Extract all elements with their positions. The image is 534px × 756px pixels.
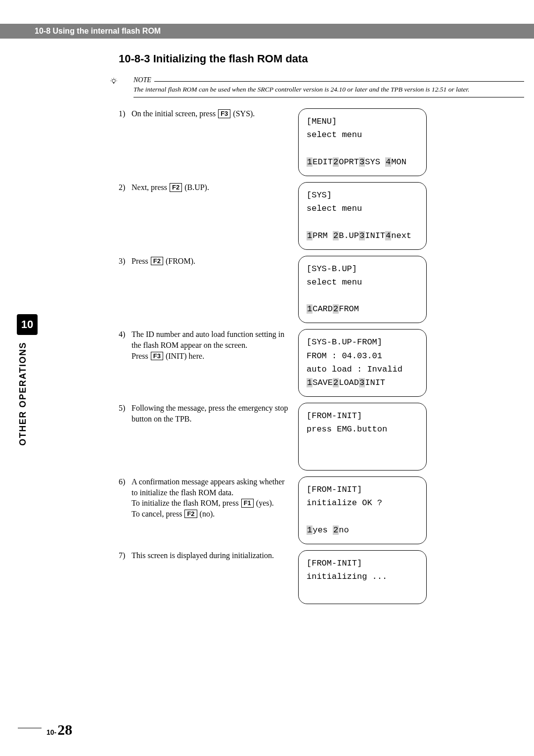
terminal-screen: [SYS-B.UP]select menu 1CARD2FROM — [298, 256, 427, 324]
step-text: 4)The ID number and auto load function s… — [119, 329, 289, 361]
terminal-screen: [FROM-INIT]initializing ... — [298, 550, 427, 605]
step-text: 7)This screen is displayed during initia… — [119, 550, 289, 561]
step-text-span: (no). — [198, 510, 215, 518]
terminal-line — [307, 436, 418, 450]
step-body: Press F2 (FROM). — [132, 256, 289, 267]
step-text: 5)Following the message, press the emerg… — [119, 403, 289, 424]
option-number: 2 — [333, 378, 339, 387]
key-f3: F3 — [218, 109, 230, 118]
terminal-options-row — [307, 583, 418, 597]
step-text: 1)On the initial screen, press F3 (SYS). — [119, 108, 289, 119]
option-number: 2 — [333, 231, 339, 240]
page-header: 10-8 Using the internal flash ROM — [0, 24, 534, 39]
step-text-span: On the initial screen, press — [132, 109, 218, 118]
terminal-line: select menu — [307, 276, 418, 289]
option-label: yes — [312, 525, 333, 535]
step-text: 2)Next, press F2 (B.UP). — [119, 182, 289, 193]
terminal-options-row: 1EDIT2OPRT3SYS 4MON — [307, 155, 418, 169]
step-text-span: (SYS). — [231, 109, 255, 118]
option-number: 3 — [359, 378, 365, 387]
option-number: 3 — [359, 231, 365, 240]
terminal-line: FROM : 04.03.01 — [307, 349, 418, 363]
step-row: 2)Next, press F2 (B.UP).[SYS]select menu… — [119, 182, 524, 250]
terminal-options-row: 1SAVE2LOAD3INIT — [307, 376, 418, 389]
step-body: Next, press F2 (B.UP). — [132, 182, 289, 193]
option-number: 4 — [385, 157, 391, 167]
terminal-screen: [SYS]select menu 1PRM 2B.UP3INIT4next — [298, 182, 427, 250]
option-number: 1 — [307, 304, 312, 314]
terminal-options-row — [307, 450, 418, 463]
step-body: On the initial screen, press F3 (SYS). — [132, 108, 289, 119]
page-footer: 10- 28 — [18, 721, 72, 738]
step-number: 1) — [119, 108, 132, 119]
option-label: FROM — [339, 304, 359, 314]
step-text-span: To cancel, press — [132, 510, 184, 518]
page-header-title: 10-8 Using the internal flash ROM — [35, 27, 161, 36]
step-row: 6)A confirmation message appears asking … — [119, 476, 524, 544]
note-body: The internal flash ROM can be used when … — [134, 84, 524, 96]
option-label: PRM — [312, 231, 333, 240]
terminal-line: [FROM-INIT] — [307, 557, 418, 570]
terminal-line: [SYS] — [307, 189, 418, 202]
chapter-badge: 10 — [17, 314, 38, 335]
terminal-line: [SYS-B.UP] — [307, 262, 418, 276]
option-label: next — [391, 231, 411, 240]
step-number: 2) — [119, 182, 132, 193]
footer-rule — [18, 728, 42, 728]
step-text-span: A confirmation message appears asking wh… — [132, 477, 285, 497]
terminal-options-row: 1yes 2no — [307, 523, 418, 537]
step-body: This screen is displayed during initiali… — [132, 550, 289, 561]
option-label: CARD — [312, 304, 333, 314]
terminal-line: [SYS-B.UP-FROM] — [307, 335, 418, 349]
terminal-line: press EMG.button — [307, 423, 418, 436]
option-label: SYS — [365, 157, 385, 167]
option-label: MON — [391, 157, 406, 167]
terminal-line — [307, 142, 418, 155]
steps-list: 1)On the initial screen, press F3 (SYS).… — [119, 108, 524, 604]
terminal-line: initializing ... — [307, 570, 418, 583]
option-number: 1 — [307, 231, 312, 240]
svg-point-0 — [112, 79, 116, 83]
step-row: 7)This screen is displayed during initia… — [119, 550, 524, 605]
terminal-screen: [FROM-INIT]initialize OK ? 1yes 2no — [298, 476, 427, 544]
step-row: 3)Press F2 (FROM).[SYS-B.UP]select menu … — [119, 256, 524, 324]
option-number: 2 — [333, 525, 339, 535]
terminal-line: [MENU] — [307, 115, 418, 128]
step-text: 3)Press F2 (FROM). — [119, 256, 289, 267]
step-row: 4)The ID number and auto load function s… — [119, 329, 524, 397]
option-number: 4 — [385, 231, 391, 240]
step-row: 5)Following the message, press the emerg… — [119, 403, 524, 471]
step-body: The ID number and auto load function set… — [132, 329, 289, 361]
lightbulb-icon — [110, 77, 118, 87]
key-f2: F2 — [170, 183, 182, 192]
option-number: 2 — [333, 157, 339, 167]
key-f3: F3 — [151, 352, 163, 361]
step-text-span: This screen is displayed during initiali… — [132, 551, 274, 560]
option-label: LOAD — [339, 378, 359, 387]
step-text-span: Following the message, press the emergen… — [132, 404, 288, 423]
terminal-line — [307, 215, 418, 229]
key-f1: F1 — [241, 499, 254, 508]
step-text-span: (B.UP). — [182, 183, 209, 191]
step-number: 6) — [119, 476, 132, 519]
chapter-label: OTHER OPERATIONS — [18, 342, 28, 446]
step-text-span: Next, press — [132, 183, 169, 191]
terminal-line — [307, 289, 418, 302]
step-text-span: Press — [132, 257, 150, 265]
option-number: 2 — [333, 304, 339, 314]
step-number: 3) — [119, 256, 132, 267]
note-rule-bottom — [134, 97, 524, 97]
option-number: 1 — [307, 378, 312, 387]
option-label: INIT — [365, 231, 385, 240]
terminal-line: [FROM-INIT] — [307, 483, 418, 496]
terminal-options-row: 1PRM 2B.UP3INIT4next — [307, 229, 418, 242]
terminal-screen: [MENU]select menu 1EDIT2OPRT3SYS 4MON — [298, 108, 427, 176]
terminal-line: initialize OK ? — [307, 496, 418, 510]
section-heading: 10-8-3 Initializing the flash ROM data — [119, 52, 524, 65]
step-number: 7) — [119, 550, 132, 561]
footer-prefix: 10- — [46, 728, 56, 736]
note-rule-top — [154, 81, 524, 82]
footer-page: 28 — [57, 721, 72, 738]
option-label: B.UP — [339, 231, 359, 240]
step-body: Following the message, press the emergen… — [132, 403, 289, 424]
